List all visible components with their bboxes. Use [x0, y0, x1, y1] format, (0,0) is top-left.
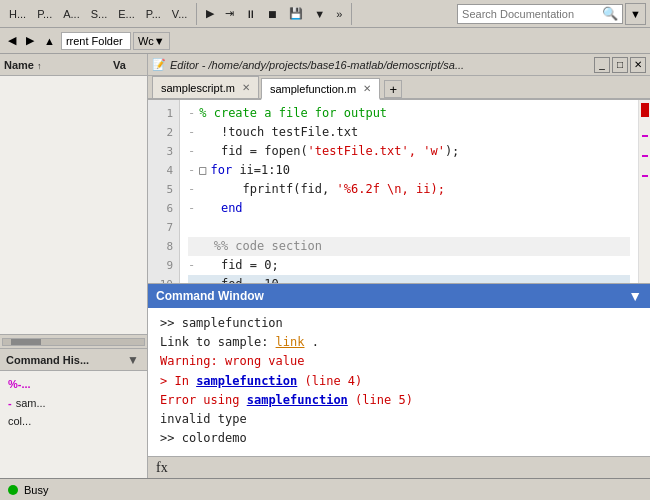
code-comment: % create a file for output [199, 104, 387, 123]
forward-btn[interactable]: ▶ [22, 32, 38, 49]
gutter-mark-pink-3 [642, 175, 648, 177]
tab-close-icon[interactable]: ✕ [242, 82, 250, 93]
minimize-btn[interactable]: _ [594, 57, 610, 73]
cmd-history-text: sam... [16, 394, 46, 413]
tab-close-icon[interactable]: ✕ [363, 83, 371, 94]
expand-btn[interactable]: » [331, 3, 347, 25]
code-line-9: - fid = 0; [188, 256, 630, 275]
cmd-history-list: %-... - sam... col... [0, 371, 147, 435]
maximize-btn[interactable]: □ [612, 57, 628, 73]
file-columns: Name ↑ Va [4, 59, 143, 71]
editor-tabs: samplescript.m ✕ samplefunction.m ✕ + [148, 76, 650, 100]
line-num-10: 10 [154, 275, 173, 283]
search-box: 🔍 [457, 4, 623, 24]
bottom-section: Command Window ▼ >> samplefunction Link … [148, 283, 650, 478]
run-btn[interactable]: ▶ [201, 3, 219, 25]
code-line-4: - □ for ii=1:10 [188, 161, 630, 180]
cw-line-1: >> samplefunction [160, 314, 638, 333]
sidebar: Name ↑ Va Command His... ▼ %- [0, 54, 148, 478]
menu-h[interactable]: H... [4, 3, 31, 25]
line-num-8: 8 [154, 237, 173, 256]
code-line-6: - end [188, 199, 630, 218]
menu-p[interactable]: P... [32, 3, 57, 25]
command-window-content[interactable]: >> samplefunction Link to sample: link .… [148, 308, 650, 456]
command-window-header: Command Window ▼ [148, 284, 650, 308]
menu-e[interactable]: E... [113, 3, 140, 25]
right-gutter [638, 100, 650, 283]
tab-add-btn[interactable]: + [384, 80, 402, 98]
wc-button[interactable]: Wc▼ [133, 32, 170, 50]
search-icon: 🔍 [602, 6, 618, 21]
cw-line-6: invalid type [160, 410, 638, 429]
search-input[interactable] [462, 8, 602, 20]
code-line-8: %% code section [188, 237, 630, 256]
code-line-1: - % create a file for output [188, 104, 630, 123]
pause-btn[interactable]: ⏸ [240, 3, 261, 25]
code-line-3: - fid = fopen('testFile.txt', 'w'); [188, 142, 630, 161]
tab-samplescript[interactable]: samplescript.m ✕ [152, 76, 259, 98]
fx-bar: fx [148, 456, 650, 478]
tab-samplefunction[interactable]: samplefunction.m ✕ [261, 78, 380, 100]
name-column-header: Name ↑ [4, 59, 113, 71]
tab-label: samplefunction.m [270, 83, 356, 95]
tab-label: samplescript.m [161, 82, 235, 94]
menu-a[interactable]: A... [58, 3, 85, 25]
filter-button[interactable]: ▼ [625, 3, 646, 25]
cmd-history-title: Command His... [6, 354, 89, 366]
step-btn[interactable]: ⇥ [220, 3, 239, 25]
menu-s[interactable]: S... [86, 3, 113, 25]
run-controls: ▶ ⇥ ⏸ ⏹ 💾 ▼ » [201, 3, 352, 25]
scrollbar-thumb [11, 339, 41, 345]
main-layout: Name ↑ Va Command His... ▼ %- [0, 54, 650, 478]
cmd-marker: %-... [8, 375, 31, 394]
list-item: - sam... [8, 394, 139, 413]
line-num-1: 1 [154, 104, 173, 123]
line-num-2: 2 [154, 123, 173, 142]
back-btn[interactable]: ◀ [4, 32, 20, 49]
code-line-7 [188, 218, 630, 237]
file-panel-header: Name ↑ Va [0, 54, 147, 76]
cmd-history-header: Command His... ▼ [0, 349, 147, 371]
status-bar: Busy [0, 478, 650, 500]
main-toolbar: H... P... A... S... E... P... V... ▶ ⇥ ⏸… [0, 0, 650, 28]
fx-label: fx [156, 460, 168, 476]
folder-toolbar: ◀ ▶ ▲ rrent Folder Wc▼ [0, 28, 650, 54]
code-line-2: - !touch testFile.txt [188, 123, 630, 142]
cw-line-5: Error using samplefunction (line 5) [160, 391, 638, 410]
command-history-panel: Command His... ▼ %-... - sam... col... [0, 348, 147, 478]
save-btn[interactable]: 💾 [284, 3, 308, 25]
file-list [0, 76, 147, 334]
cw-func-link-2[interactable]: samplefunction [247, 393, 348, 407]
scrollbar-track [2, 338, 145, 346]
list-item: col... [8, 412, 139, 431]
menu-v[interactable]: V... [167, 3, 193, 25]
val-column-header: Va [113, 59, 143, 71]
editor-icon: 📝 [152, 58, 166, 71]
line-num-4: 4 [154, 161, 173, 180]
up-btn[interactable]: ▲ [40, 33, 59, 49]
status-indicator [8, 485, 18, 495]
line-num-9: 9 [154, 256, 173, 275]
more-btn[interactable]: ▼ [309, 3, 330, 25]
cmd-history-expand-btn[interactable]: ▼ [125, 353, 141, 367]
horizontal-scrollbar[interactable] [0, 334, 147, 348]
cw-link[interactable]: link [276, 335, 305, 349]
folder-path[interactable]: rrent Folder [61, 32, 131, 50]
editor-area: 📝 Editor - /home/andy/projects/base16-ma… [148, 54, 650, 478]
cmd-marker: - [8, 394, 12, 413]
line-num-3: 3 [154, 142, 173, 161]
code-line-10: - fod = 10 [188, 275, 630, 283]
cw-func-link-1[interactable]: samplefunction [196, 374, 297, 388]
editor-title: Editor - /home/andy/projects/base16-matl… [170, 59, 594, 71]
command-window-expand-btn[interactable]: ▼ [628, 288, 642, 304]
line-numbers: 1 2 3 4 5 6 7 8 9 10 11 12 [148, 100, 180, 283]
stop-btn[interactable]: ⏹ [262, 3, 283, 25]
code-content[interactable]: - % create a file for output - !touch te… [180, 100, 638, 283]
close-btn[interactable]: ✕ [630, 57, 646, 73]
cmd-history-text: col... [8, 412, 31, 431]
menu-p2[interactable]: P... [141, 3, 166, 25]
line-num-5: 5 [154, 180, 173, 199]
code-line-5: - fprintf(fid, '%6.2f \n, ii); [188, 180, 630, 199]
command-window-title: Command Window [156, 289, 264, 303]
editor-window-controls: _ □ ✕ [594, 57, 646, 73]
